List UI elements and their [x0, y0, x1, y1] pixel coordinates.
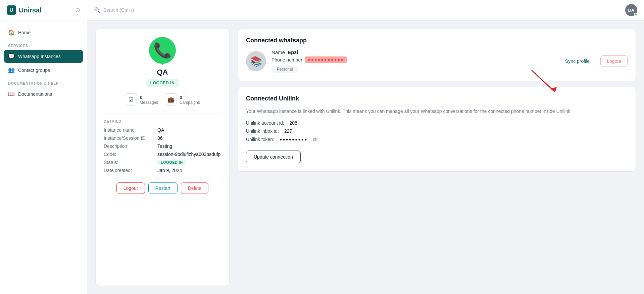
detail-code: Code: session-9bdiufizhya603bsdufp: [104, 152, 221, 157]
whatsapp-logo: 📞: [149, 37, 176, 64]
docs-icon: 📖: [8, 91, 15, 97]
avatar-initials: DA: [628, 8, 635, 13]
wa-logout-button[interactable]: Logout: [600, 55, 628, 67]
action-buttons: Logout Restart Delete: [104, 182, 221, 194]
logout-button[interactable]: Logout: [116, 182, 145, 194]
campaigns-icon: 💼: [165, 93, 177, 106]
app-logo: U Unirsal: [7, 5, 42, 15]
main-area: 🔍 Search (Ctrl+/) DA 📞 QA LOGGED IN ☑ 0 …: [87, 0, 644, 294]
sidebar-item-label: Whatsapp Instances: [18, 54, 61, 59]
unilink-account-id-key: Unilink account id:: [246, 120, 284, 126]
sidebar: U Unirsal ⊙ 🏠 Home SERVICES 💬 Whatsapp I…: [0, 0, 87, 294]
details-section-label: DETAILS: [104, 119, 221, 123]
wa-profile-row: 📚 Name Epzi Phone number ●●●●●●●●●●● Per…: [246, 49, 628, 73]
unilink-inbox-id-val: 227: [284, 128, 292, 134]
messages-stat: ☑ 0 Messages: [125, 93, 158, 106]
search-box[interactable]: 🔍 Search (Ctrl+/): [94, 7, 134, 13]
wa-name-value: Epzi: [288, 49, 298, 55]
online-dot: [634, 13, 637, 16]
sidebar-item-contacts[interactable]: 👥 Contact groups: [4, 64, 83, 77]
update-connection-button[interactable]: Update connection: [246, 151, 301, 163]
right-panel: Connected whatsapp 📚 Name Epzi Phone num…: [238, 29, 636, 286]
unilink-token-dots: ●●●●●●●●●: [280, 137, 307, 142]
detail-date-created: Date created: Jan 9, 2024: [104, 168, 221, 173]
search-placeholder: Search (Ctrl+/): [103, 7, 134, 13]
instance-name: QA: [157, 68, 168, 77]
app-name: Unirsal: [19, 6, 42, 14]
stats-row: ☑ 0 Messages 💼 0 Campaigns: [125, 93, 200, 106]
search-icon: 🔍: [94, 7, 101, 13]
wa-name-label: Name: [271, 49, 285, 55]
connected-unilink-card: Connected Unilink Your Whatsapp instance…: [238, 87, 636, 172]
messages-icon: ☑: [125, 93, 137, 106]
unilink-inbox-id-row: Unilink inbox id: 227: [246, 128, 628, 134]
logo-icon: U: [7, 5, 16, 15]
sidebar-header: U Unirsal ⊙: [0, 0, 87, 20]
whatsapp-nav-icon: 💬: [8, 53, 15, 59]
messages-label: Messages: [140, 100, 158, 105]
detail-instance-name: Instance name: QA: [104, 127, 221, 133]
avatar[interactable]: DA: [625, 4, 637, 16]
sidebar-item-label: Documentations: [18, 91, 52, 97]
status-badge: LOGGED IN: [146, 79, 180, 87]
docs-section-label: DOCUMENTATION & HELP: [4, 77, 83, 87]
unilink-description: Your Whatsapp instance is linked with Un…: [246, 108, 628, 115]
whatsapp-logo-icon: 📞: [153, 42, 172, 59]
wa-avatar: 📚: [246, 51, 266, 71]
campaigns-count: 0: [180, 94, 200, 100]
messages-count: 0: [140, 94, 158, 100]
unilink-account-id-val: 208: [290, 120, 297, 126]
copy-token-icon[interactable]: ⧉: [313, 136, 316, 142]
connected-whatsapp-card: Connected whatsapp 📚 Name Epzi Phone num…: [238, 29, 636, 81]
delete-button[interactable]: Delete: [181, 182, 208, 194]
wa-name-row: Name Epzi: [271, 49, 560, 55]
home-icon: 🏠: [8, 29, 15, 36]
connected-unilink-title: Connected Unilink: [246, 95, 628, 102]
restart-button[interactable]: Restart: [148, 182, 178, 194]
detail-status: Status: LOGGED IN: [104, 160, 221, 165]
wa-phone-row: Phone number ●●●●●●●●●●●: [271, 56, 560, 63]
detail-session-id: Instance/Session ID: 86: [104, 135, 221, 141]
sidebar-nav: 🏠 Home SERVICES 💬 Whatsapp Instances 👥 C…: [0, 20, 87, 294]
unilink-account-id-row: Unilink account id: 208: [246, 120, 628, 126]
wa-info: Name Epzi Phone number ●●●●●●●●●●● Perso…: [271, 49, 560, 73]
unilink-inbox-id-key: Unilink inbox id:: [246, 128, 279, 134]
unilink-token-row: Unilink token: ●●●●●●●●● ⧉: [246, 136, 628, 142]
services-section-label: SERVICES: [4, 40, 83, 50]
detail-status-badge: LOGGED IN: [157, 160, 186, 165]
instance-card: 📞 QA LOGGED IN ☑ 0 Messages 💼 0 Campaign…: [95, 29, 230, 286]
campaigns-stat: 💼 0 Campaigns: [165, 93, 200, 106]
connected-whatsapp-title: Connected whatsapp: [246, 37, 628, 44]
unilink-token-key: Unilink token:: [246, 137, 274, 142]
wa-phone-redacted: ●●●●●●●●●●●: [305, 56, 347, 63]
topbar: 🔍 Search (Ctrl+/) DA: [87, 0, 644, 20]
sidebar-item-whatsapp[interactable]: 💬 Whatsapp Instances: [4, 50, 83, 63]
clock-icon[interactable]: ⊙: [75, 6, 80, 14]
contacts-icon: 👥: [8, 67, 15, 73]
sidebar-item-docs[interactable]: 📖 Documentations: [4, 87, 83, 100]
content-area: 📞 QA LOGGED IN ☑ 0 Messages 💼 0 Campaign…: [87, 20, 644, 294]
sync-profile-button[interactable]: Sync profile: [565, 58, 590, 64]
details-section: DETAILS Instance name: QA Instance/Sessi…: [104, 119, 221, 176]
wa-phone-label: Phone number: [271, 57, 302, 62]
sidebar-item-label: Contact groups: [18, 68, 50, 73]
sidebar-item-label: Home: [18, 30, 31, 35]
svg-marker-1: [550, 87, 557, 92]
personal-badge: Personal: [271, 66, 298, 73]
divider: [104, 114, 221, 114]
detail-description: Description: Testing: [104, 143, 221, 149]
sidebar-item-home[interactable]: 🏠 Home: [4, 26, 83, 39]
campaigns-label: Campaigns: [180, 100, 200, 105]
